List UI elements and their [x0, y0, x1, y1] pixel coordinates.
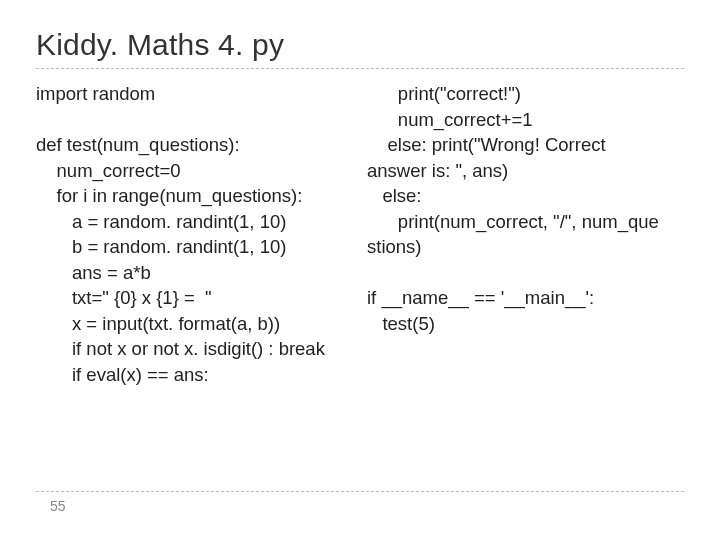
- footer-divider: [36, 491, 684, 492]
- page-number: 55: [36, 498, 684, 514]
- title-divider: [36, 68, 684, 69]
- code-columns: import random def test(num_questions): n…: [36, 81, 684, 387]
- slide-title: Kiddy. Maths 4. py: [36, 28, 684, 62]
- slide: Kiddy. Maths 4. py import random def tes…: [0, 0, 720, 540]
- code-right-column: print("correct!") num_correct+=1 else: p…: [367, 81, 684, 387]
- code-left-column: import random def test(num_questions): n…: [36, 81, 353, 387]
- footer: 55: [36, 491, 684, 514]
